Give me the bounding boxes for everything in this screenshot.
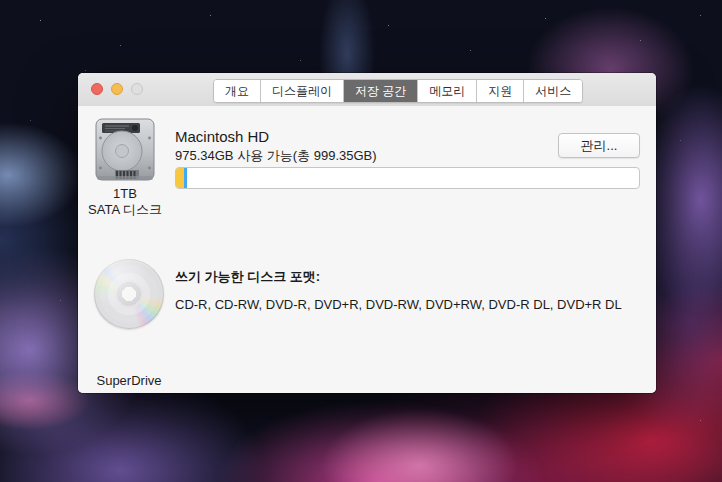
writable-formats-list: CD-R, CD-RW, DVD-R, DVD+R, DVD-RW, DVD+R… xyxy=(175,297,622,312)
star-specks xyxy=(0,0,1,1)
tab-displays[interactable]: 디스플레이 xyxy=(261,80,344,102)
superdrive-column xyxy=(83,259,175,329)
storage-pane: 1TB SATA 디스크 Macintosh HD 975.34GB 사용 가능… xyxy=(78,106,656,393)
storage-segment-yellow xyxy=(176,168,184,188)
storage-usage-bar xyxy=(175,167,640,189)
zoom-button-disabled xyxy=(131,83,143,95)
volume-name: Macintosh HD xyxy=(175,128,269,145)
disk-size-line1: 1TB xyxy=(83,186,167,202)
tab-memory[interactable]: 메모리 xyxy=(418,80,477,102)
writable-formats-title: 쓰기 가능한 디스크 포맷: xyxy=(175,268,320,286)
tab-support[interactable]: 지원 xyxy=(477,80,524,102)
disk-size-label: 1TB SATA 디스크 xyxy=(83,186,167,218)
hard-drive-icon xyxy=(95,118,155,182)
superdrive-label: SuperDrive xyxy=(83,373,175,388)
tab-service[interactable]: 서비스 xyxy=(524,80,582,102)
disk-size-line2: SATA 디스크 xyxy=(83,202,167,218)
window-titlebar[interactable]: 개요디스플레이저장 공간메모리지원서비스 xyxy=(78,73,656,107)
about-this-mac-window: 개요디스플레이저장 공간메모리지원서비스 xyxy=(78,73,656,393)
close-button[interactable] xyxy=(91,83,103,95)
volume-availability: 975.34GB 사용 가능(총 999.35GB) xyxy=(175,147,377,165)
storage-segment-blue xyxy=(184,168,187,188)
tab-bar: 개요디스플레이저장 공간메모리지원서비스 xyxy=(213,79,583,103)
internal-disk-column: 1TB SATA 디스크 xyxy=(83,118,167,218)
traffic-lights xyxy=(91,83,143,95)
manage-button[interactable]: 관리... xyxy=(558,133,640,158)
minimize-button[interactable] xyxy=(111,83,123,95)
tab-overview[interactable]: 개요 xyxy=(214,80,261,102)
optical-disc-icon xyxy=(94,259,164,329)
tab-storage[interactable]: 저장 공간 xyxy=(344,80,418,102)
